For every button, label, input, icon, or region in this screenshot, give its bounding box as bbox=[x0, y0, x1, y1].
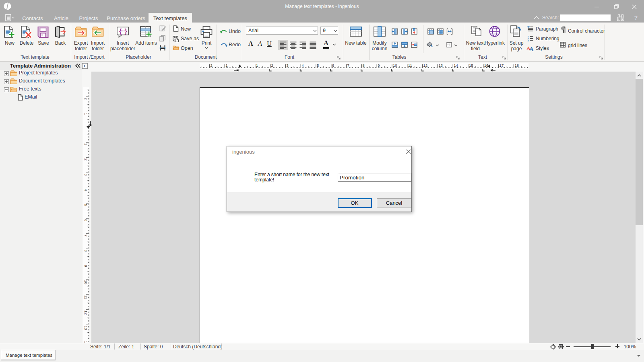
svg-text:9: 9 bbox=[84, 265, 88, 267]
svg-text:12: 12 bbox=[423, 63, 428, 68]
svg-text:13: 13 bbox=[438, 63, 443, 68]
svg-text:4: 4 bbox=[84, 189, 88, 191]
svg-text:15: 15 bbox=[469, 63, 473, 68]
svg-text:10: 10 bbox=[84, 280, 88, 284]
svg-text:5: 5 bbox=[84, 204, 88, 206]
svg-text:1: 1 bbox=[225, 63, 227, 68]
svg-text:5: 5 bbox=[317, 63, 319, 68]
svg-text:2: 2 bbox=[84, 98, 88, 100]
svg-text:11: 11 bbox=[84, 295, 88, 299]
svg-text:2: 2 bbox=[210, 63, 212, 68]
svg-text:12: 12 bbox=[84, 311, 88, 315]
svg-text:18: 18 bbox=[514, 63, 519, 68]
svg-text:4: 4 bbox=[301, 63, 303, 68]
svg-text:1: 1 bbox=[256, 63, 258, 68]
svg-text:7: 7 bbox=[84, 234, 88, 237]
svg-text:8: 8 bbox=[84, 250, 88, 252]
svg-text:8: 8 bbox=[362, 63, 364, 68]
svg-text:1: 1 bbox=[84, 113, 88, 115]
svg-text:17: 17 bbox=[500, 63, 504, 68]
svg-text:2: 2 bbox=[271, 63, 273, 68]
svg-text:11: 11 bbox=[408, 63, 412, 68]
svg-text:7: 7 bbox=[347, 63, 349, 68]
svg-text:3: 3 bbox=[84, 174, 88, 176]
svg-text:3: 3 bbox=[286, 63, 288, 68]
svg-text:1: 1 bbox=[84, 143, 88, 145]
svg-text:3: 3 bbox=[528, 39, 529, 42]
svg-text:14: 14 bbox=[454, 63, 458, 68]
svg-text:}: } bbox=[125, 28, 127, 35]
svg-text:13: 13 bbox=[84, 326, 88, 330]
svg-text:9: 9 bbox=[378, 63, 380, 68]
svg-text:16: 16 bbox=[484, 63, 489, 68]
svg-text:2: 2 bbox=[84, 158, 88, 160]
svg-text:6: 6 bbox=[84, 219, 88, 221]
svg-text:10: 10 bbox=[393, 63, 397, 68]
svg-text:A: A bbox=[529, 46, 534, 52]
svg-text:6: 6 bbox=[332, 63, 334, 68]
